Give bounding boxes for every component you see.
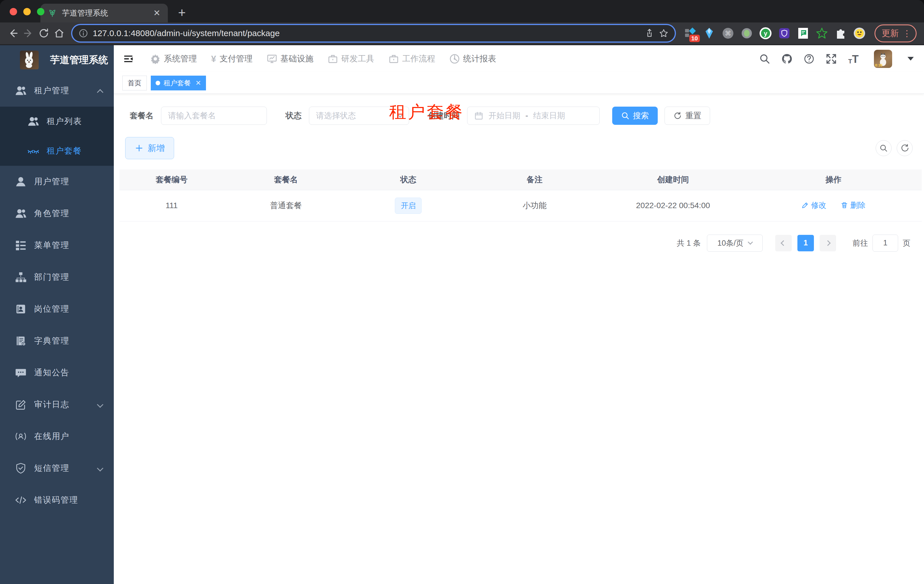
avatar[interactable]: 0:30 [874,50,892,68]
sidebar-item-user-management[interactable]: 用户管理 [0,166,114,197]
browser-tab[interactable]: 芋道管理系统 ✕ [40,4,168,23]
date-range-picker[interactable]: 开始日期 - 结束日期 [467,107,600,125]
users-icon [15,207,27,219]
top-nav-devtools[interactable]: 研发工具 [328,53,375,64]
sidebar-item-role-management[interactable]: 角色管理 [0,197,114,229]
sidebar-item-dept-management[interactable]: 部门管理 [0,261,114,293]
top-nav-infra[interactable]: 基础设施 [267,53,314,64]
back-button[interactable] [7,28,19,39]
top-nav-system[interactable]: 系统管理 [150,53,197,64]
home-button[interactable] [53,28,65,39]
extension-gem-icon[interactable] [703,27,716,40]
table-tools [876,140,912,156]
sidebar-item-notice[interactable]: 通知公告 [0,357,114,389]
forward-button[interactable] [23,28,34,39]
sidebar-item-dict-management[interactable]: 字典管理 [0,325,114,357]
sidebar-item-post-management[interactable]: 岗位管理 [0,293,114,325]
new-tab-button[interactable]: + [178,5,186,20]
gear-icon [150,54,160,64]
extension-dot-icon[interactable] [740,27,753,40]
bookmark-star-icon[interactable] [659,28,668,38]
top-nav-workflow[interactable]: 工作流程 [389,53,435,64]
share-icon[interactable] [645,28,654,38]
browser-toolbar: 127.0.0.1:48080/admin-ui/system/tenant/p… [0,23,924,44]
reset-button[interactable]: 重置 [665,107,710,125]
delete-link[interactable]: 删除 [841,200,866,211]
prev-page-button[interactable] [775,235,792,251]
extension-command-icon[interactable]: ⌘ [721,27,734,40]
page-number-button[interactable]: 1 [797,235,814,251]
top-nav-payment[interactable]: ¥ 支付管理 [211,53,252,64]
browser-menu-icon[interactable]: ⋮ [903,30,911,36]
sidebar-item-tenant-list[interactable]: 租户列表 [0,107,114,136]
github-icon[interactable] [781,53,792,64]
tool-search-button[interactable] [876,140,891,156]
top-nav-label: 支付管理 [219,53,252,64]
yen-icon: ¥ [211,54,216,64]
tab-close-icon[interactable]: ✕ [153,9,160,17]
extension-puzzle-icon[interactable] [834,27,847,40]
tag-close-icon[interactable]: ✕ [195,79,201,87]
tree-table-icon [15,239,27,251]
sidebar-item-label: 租户列表 [47,116,82,127]
font-size-icon[interactable]: TT [848,53,859,64]
sidebar-fold-button[interactable] [122,53,134,65]
sidebar-logo-row[interactable]: 芋道管理系统 [0,45,114,75]
font-size-large-glyph: T [852,54,858,64]
sidebar-item-label: 部门管理 [34,271,69,283]
delete-link-label: 删除 [850,200,866,211]
chevron-up-icon [97,89,104,95]
update-button[interactable]: 更新 ⋮ [874,25,917,42]
package-name-input-field[interactable] [168,111,260,120]
extension-y-icon[interactable]: y [759,27,772,40]
column-remark: 备注 [469,169,601,190]
minimize-window-button[interactable] [23,8,31,15]
sidebar-item-audit-log[interactable]: 审计日志 [0,389,114,421]
cell-remark: 小功能 [469,190,601,221]
sidebar-submenu-tenant: 租户列表 租户套餐 [0,107,114,166]
tool-refresh-button[interactable] [897,140,912,156]
sidebar-item-label: 在线用户 [34,431,69,442]
help-icon[interactable] [804,53,815,64]
extension-emoji-icon[interactable] [853,27,866,40]
search-button[interactable]: 搜索 [612,107,658,125]
avatar-time-label: 0:30 [875,63,883,67]
extension-grid-icon[interactable]: 10 [684,27,697,40]
sidebar-item-label: 菜单管理 [34,240,69,251]
sidebar-item-label: 角色管理 [34,208,69,219]
add-button[interactable]: 新增 [125,137,174,159]
sidebar-item-online-users[interactable]: 在线用户 [0,421,114,452]
cell-actions: 修改 删除 [745,190,922,221]
sidebar-item-menu-management[interactable]: 菜单管理 [0,229,114,261]
page-size-select[interactable]: 10条/页 [707,235,763,252]
extension-star-icon[interactable] [815,27,828,40]
sidebar-item-tenant-package[interactable]: 租户套餐 [0,136,114,166]
sidebar-item-tenant-management[interactable]: 租户管理 [0,75,114,107]
package-name-input[interactable] [161,107,267,125]
close-window-button[interactable] [10,8,17,15]
top-nav-label: 研发工具 [342,53,375,64]
reload-button[interactable] [38,28,50,39]
avatar-caret-icon[interactable] [908,57,914,61]
tag-home[interactable]: 首页 [122,76,147,90]
sidebar-item-sms-management[interactable]: 短信管理 [0,452,114,484]
extension-shield-icon[interactable] [778,27,791,40]
trash-icon [841,202,848,209]
next-page-button[interactable] [820,235,836,251]
fullscreen-icon[interactable] [825,53,837,64]
table-row: 111 普通套餐 开启 小功能 2022-02-22 00:54:00 [119,190,922,221]
edit-link[interactable]: 修改 [801,200,827,211]
top-nav-report[interactable]: 统计报表 [449,53,496,64]
url-bar[interactable]: 127.0.0.1:48080/admin-ui/system/tenant/p… [72,25,675,41]
add-button-label: 新增 [148,142,165,154]
tag-tenant-package[interactable]: 租户套餐 ✕ [151,76,206,90]
goto-page-input[interactable] [873,235,898,252]
main-panel: 系统管理 ¥ 支付管理 基础设施 [114,45,924,584]
extension-chat-icon[interactable] [797,27,810,40]
sidebar-item-error-code[interactable]: 错误码管理 [0,484,114,516]
cell-package-name: 普通套餐 [224,190,348,221]
site-info-icon[interactable] [79,28,88,38]
status-select-placeholder: 请选择状态 [316,110,356,121]
zoom-window-button[interactable] [37,8,45,15]
search-icon[interactable] [759,53,771,64]
